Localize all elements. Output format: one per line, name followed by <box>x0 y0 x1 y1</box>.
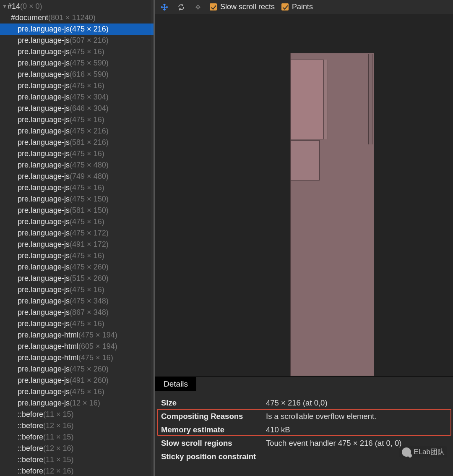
tree-row[interactable]: pre.language-js(616 × 590) <box>0 69 154 80</box>
tree-row-label: pre.language-js <box>18 69 70 80</box>
details-value: 410 kB <box>266 425 447 434</box>
tree-row-dims: (475 × 16) <box>70 114 104 126</box>
details-tab[interactable]: Details <box>155 377 196 391</box>
tree-row-label: pre.language-js <box>18 103 70 114</box>
tree-row-label: pre.language-js <box>18 35 70 46</box>
layer-rect-selected[interactable] <box>290 60 324 139</box>
tree-row-label: ::before <box>18 443 43 454</box>
tree-row-label: pre.language-js <box>18 398 70 409</box>
tree-row[interactable]: pre.language-js(749 × 480) <box>0 171 154 182</box>
tree-row[interactable]: pre.language-html(605 × 194) <box>0 341 154 352</box>
tree-row[interactable]: pre.language-js(515 × 260) <box>0 273 154 284</box>
layer-rect-scrollbar[interactable] <box>368 54 372 144</box>
tree-row[interactable]: ::before(12 × 16) <box>0 443 154 454</box>
tree-row-dims: (475 × 216) <box>70 126 109 137</box>
tree-row-label: #document <box>11 12 48 24</box>
slow-scroll-checkbox-group[interactable]: Slow scroll rects <box>210 3 275 11</box>
tree-row-label: pre.language-js <box>18 92 70 103</box>
tree-row[interactable]: pre.language-js(491 × 260) <box>0 375 154 386</box>
tree-row-label: pre.language-js <box>18 194 70 205</box>
tree-row-dims: (475 × 16) <box>70 216 104 228</box>
tree-row[interactable]: pre.language-html(475 × 16) <box>0 352 154 364</box>
tree-row[interactable]: ::before(11 × 15) <box>0 432 154 443</box>
tree-row-label: ::before <box>18 409 43 420</box>
tree-row[interactable]: #document(801 × 11240) <box>0 12 154 24</box>
layers-canvas[interactable] <box>155 14 453 377</box>
tree-row[interactable]: pre.language-js(475 × 16) <box>0 250 154 262</box>
tree-row[interactable]: pre.language-js(475 × 16) <box>0 80 154 92</box>
tree-row-label: pre.language-html <box>18 352 78 364</box>
tree-row-dims: (605 × 194) <box>78 341 117 352</box>
tree-row[interactable]: pre.language-js(475 × 172) <box>0 228 154 239</box>
tree-row-dims: (475 × 216) <box>70 24 109 35</box>
tree-row[interactable]: pre.language-js(475 × 150) <box>0 194 154 205</box>
tree-row-label: ::before <box>18 454 43 466</box>
tree-row[interactable]: ::before(11 × 15) <box>0 409 154 420</box>
tree-row-dims: (491 × 172) <box>70 239 109 250</box>
tree-row-dims: (11 × 15) <box>43 409 74 420</box>
tree-row[interactable]: pre.language-js(475 × 16) <box>0 114 154 126</box>
tree-row-dims: (11 × 15) <box>43 432 74 443</box>
tree-row-label: pre.language-js <box>18 80 70 92</box>
tree-row-dims: (749 × 480) <box>70 171 109 182</box>
layer-rect-sibling[interactable] <box>290 140 320 180</box>
tree-row[interactable]: pre.language-js(475 × 16) <box>0 182 154 194</box>
tree-row[interactable]: ::before(12 × 16) <box>0 420 154 432</box>
tree-row-dims: (491 × 260) <box>70 375 109 386</box>
tree-row[interactable]: pre.language-js(475 × 260) <box>0 364 154 375</box>
paints-label: Paints <box>292 3 313 11</box>
tree-row[interactable]: pre.language-js(475 × 16) <box>0 148 154 160</box>
tree-row[interactable]: pre.language-js(475 × 348) <box>0 296 154 307</box>
details-key: Sticky position constraint <box>161 452 266 461</box>
tree-row-label: pre.language-js <box>18 171 70 182</box>
pan-tool-button[interactable] <box>159 2 169 12</box>
tree-row[interactable]: pre.language-js(475 × 216) <box>0 126 154 137</box>
collapse-arrow-icon[interactable]: ▼ <box>2 1 8 12</box>
reset-view-button[interactable] <box>193 2 203 12</box>
paints-checkbox[interactable] <box>281 3 289 10</box>
tree-row[interactable]: pre.language-js(475 × 16) <box>0 46 154 58</box>
tree-row-label: pre.language-js <box>18 250 70 262</box>
tree-row[interactable]: pre.language-js(475 × 480) <box>0 160 154 171</box>
layer-tree-panel: ▼#14(0 × 0)#document(801 × 11240)pre.lan… <box>0 0 155 476</box>
tree-row[interactable]: pre.language-js(12 × 16) <box>0 398 154 409</box>
tree-row-dims: (12 × 16) <box>43 466 74 476</box>
tree-row[interactable]: pre.language-js(475 × 260) <box>0 262 154 273</box>
tree-row[interactable]: pre.language-js(646 × 304) <box>0 103 154 114</box>
tree-row[interactable]: ::before(11 × 15) <box>0 454 154 466</box>
tree-row-dims: (475 × 16) <box>70 318 104 330</box>
slow-scroll-checkbox[interactable] <box>210 3 217 10</box>
tree-row[interactable]: pre.language-js(475 × 16) <box>0 284 154 296</box>
tree-row[interactable]: pre.language-js(507 × 216) <box>0 35 154 46</box>
paints-checkbox-group[interactable]: Paints <box>281 3 313 11</box>
tree-row-dims: (616 × 590) <box>70 69 109 80</box>
tree-scrollbar[interactable] <box>151 0 154 476</box>
tree-row[interactable]: pre.language-js(475 × 16) <box>0 216 154 228</box>
tree-row-dims: (475 × 480) <box>70 160 109 171</box>
tree-row[interactable]: pre.language-js(475 × 590) <box>0 58 154 69</box>
details-panel: Details Size475 × 216 (at 0,0)Compositin… <box>155 377 453 476</box>
tree-row-label: pre.language-js <box>18 126 70 137</box>
tree-row[interactable]: ::before(12 × 16) <box>0 466 154 476</box>
tree-row-dims: (475 × 590) <box>70 58 109 69</box>
tree-row[interactable]: pre.language-js(475 × 16) <box>0 386 154 398</box>
tree-row-dims: (12 × 16) <box>70 398 100 409</box>
tree-row-label: pre.language-js <box>18 386 70 398</box>
tree-row[interactable]: pre.language-js(867 × 348) <box>0 307 154 318</box>
tree-row[interactable]: pre.language-js(581 × 216) <box>0 137 154 148</box>
tree-row-label: pre.language-js <box>18 364 70 375</box>
details-key: Compositing Reasons <box>161 412 266 421</box>
tree-row[interactable]: pre.language-js(491 × 172) <box>0 239 154 250</box>
tree-row[interactable]: pre.language-js(475 × 216) <box>0 24 154 35</box>
details-row: Size475 × 216 (at 0,0) <box>161 396 447 410</box>
tree-row-dims: (11 × 15) <box>43 454 74 466</box>
tree-row-label: pre.language-js <box>18 148 70 160</box>
tree-row[interactable]: pre.language-js(475 × 304) <box>0 92 154 103</box>
tree-row-root[interactable]: ▼#14(0 × 0) <box>0 1 154 12</box>
tree-row-dims: (581 × 216) <box>70 137 109 148</box>
tree-row[interactable]: pre.language-js(475 × 16) <box>0 318 154 330</box>
tree-row[interactable]: pre.language-js(581 × 150) <box>0 205 154 216</box>
rotate-tool-button[interactable] <box>176 2 186 12</box>
layer-rect-selected-aux[interactable] <box>324 60 328 139</box>
tree-row[interactable]: pre.language-html(475 × 194) <box>0 330 154 341</box>
